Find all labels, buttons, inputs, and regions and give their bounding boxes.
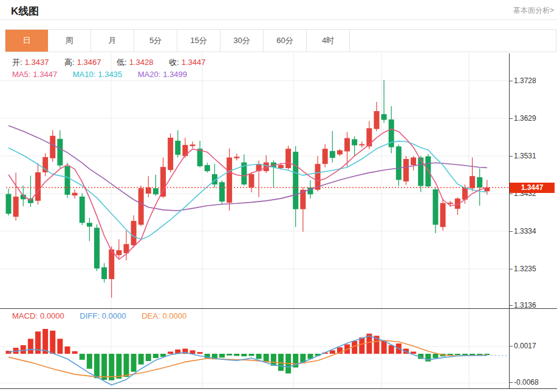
fundamental-analysis-link[interactable]: 基本面分析>: [513, 5, 554, 16]
tab-4hour[interactable]: 4时: [307, 30, 350, 52]
dea-label: DEA:: [142, 311, 160, 320]
ma20-label: MA20:: [138, 70, 161, 79]
current-price-badge: 1.3447: [510, 183, 555, 193]
page-title: K线图: [11, 4, 39, 18]
price-axis-tick-1.3235: 1.3235: [510, 265, 536, 273]
tab-60min[interactable]: 60分: [264, 30, 307, 52]
high-label: 高:: [64, 58, 75, 67]
ma5-value: 1.3447: [33, 70, 57, 79]
kline-page: K线图 基本面分析> 日 周 月 5分 15分 30分 60分 4时 开:1.3…: [0, 0, 557, 392]
diff-value: 0.0000: [102, 311, 126, 320]
diff-label: DIFF:: [80, 311, 100, 320]
ma-legend: MA5:1.3447 MA10:1.3435 MA20:1.3499: [12, 70, 190, 79]
ma10-value: 1.3435: [98, 70, 122, 79]
high-value: 1.3467: [77, 58, 101, 67]
macd-value: 0.0000: [40, 311, 64, 320]
macd-chart-canvas[interactable]: MACD:0.0000 DIFF:0.0000 DEA:0.0000: [0, 309, 509, 388]
tab-month[interactable]: 月: [91, 30, 134, 52]
candlestick-svg: [0, 53, 509, 308]
price-axis-tick-1.3531: 1.3531: [510, 152, 536, 160]
ma5-label: MA5:: [12, 70, 30, 79]
open-label: 开:: [12, 58, 22, 67]
header-divider: [0, 19, 557, 20]
tab-30min[interactable]: 30分: [220, 30, 264, 52]
close-label: 收:: [169, 58, 179, 67]
tab-15min[interactable]: 15分: [177, 30, 220, 52]
ma10-label: MA10:: [73, 70, 96, 79]
tab-day[interactable]: 日: [5, 30, 48, 52]
dea-value: 0.0000: [163, 311, 187, 320]
low-value: 1.3428: [129, 58, 154, 67]
macd-label: MACD:: [12, 311, 38, 320]
macd-axis-tick--0.0068: -0.0068: [510, 378, 539, 387]
ma20-value: 1.3499: [163, 70, 187, 79]
price-axis-tick-1.3629: 1.3629: [510, 114, 536, 123]
candlestick-chart-canvas[interactable]: 开:1.3437 高:1.3467 低:1.3428 收:1.3447 MA5:…: [0, 53, 509, 308]
macd-legend: MACD:0.0000 DIFF:0.0000 DEA:0.0000: [12, 311, 189, 320]
open-value: 1.3437: [25, 58, 49, 67]
interval-tabbar: 日 周 月 5分 15分 30分 60分 4时: [5, 29, 556, 52]
price-axis-tick-1.3136: 1.3136: [510, 301, 536, 309]
ohlc-legend: 开:1.3437 高:1.3467 低:1.3428 收:1.3447: [12, 57, 208, 68]
price-axis-tick-1.3728: 1.3728: [510, 76, 536, 85]
macd-svg: [0, 309, 509, 388]
tab-5min[interactable]: 5分: [134, 30, 177, 52]
price-axis-panel: 1.37281.36291.35311.34321.33341.32351.31…: [510, 53, 557, 389]
close-value: 1.3447: [182, 58, 206, 67]
bottom-border: [0, 388, 557, 389]
price-axis-tick-1.3334: 1.3334: [510, 227, 536, 235]
macd-axis-tick-0.0017: 0.0017: [510, 342, 536, 350]
tabbar-filler: [350, 30, 556, 52]
tab-week[interactable]: 周: [48, 30, 91, 52]
low-label: 低:: [117, 58, 127, 67]
